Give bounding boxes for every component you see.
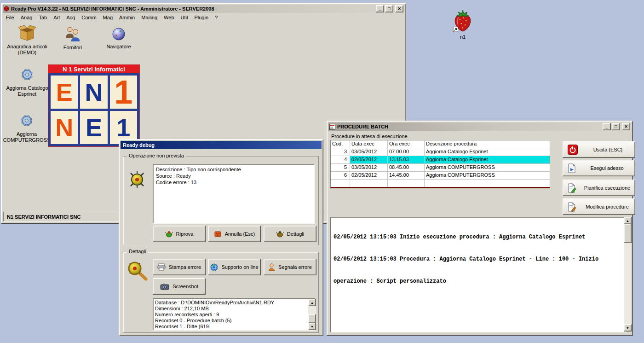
app-icon [4, 6, 9, 12]
debug-titlebar[interactable]: Ready debug [121, 141, 322, 149]
desktop-icon-n1[interactable]: n1 [448, 10, 477, 40]
info-line: Numero recordsets aperti : 9 [155, 312, 306, 318]
info-scrollbar[interactable]: ▲ ▼ [308, 299, 315, 330]
column-header-ora[interactable]: Ora exec [388, 140, 425, 148]
strawberry-icon [453, 10, 473, 33]
close-button[interactable]: ✕ [622, 123, 630, 130]
main-titlebar[interactable]: Ready Pro V14.3.22 - N1 SERVIZI INFORMAT… [3, 5, 404, 13]
uscita-label: Uscita (ESC) [593, 147, 623, 152]
table-row-selected[interactable]: 4 02/05/2012 13.15.03 Aggiorna Catalogo … [331, 156, 550, 164]
esegui-adesso-button[interactable]: Esegui adesso [563, 160, 635, 176]
error-line: Codice errore : 13 [156, 179, 311, 186]
batch-subtitle: Procedure in attesa di esecuzione [331, 134, 408, 139]
menu-mailing[interactable]: Mailing [138, 14, 161, 21]
cell-data[interactable]: 02/05/2012 [350, 156, 388, 164]
dettagli-button[interactable]: Dettagli [264, 226, 316, 242]
scroll-up-icon[interactable]: ▲ [624, 217, 632, 224]
cell-ora[interactable]: 13.15.03 [388, 156, 425, 164]
modifica-label: Modifica procedure [586, 204, 629, 209]
segnala-errore-button[interactable]: Segnala errore [264, 259, 316, 275]
menu-plugin[interactable]: Plugin [191, 14, 212, 21]
screenshot-button[interactable]: Screenshot [153, 278, 206, 295]
menu-web[interactable]: Web [161, 14, 177, 21]
shortcut-fornitori[interactable]: Fornitori [58, 26, 88, 51]
menu-comm[interactable]: Comm [78, 14, 99, 21]
menu-util[interactable]: Util [178, 14, 191, 21]
menu-help[interactable]: ? [212, 14, 221, 21]
menu-acq[interactable]: Acq [63, 14, 78, 21]
scroll-down-icon[interactable]: ▼ [624, 324, 632, 331]
cell-data[interactable]: 03/05/2012 [350, 148, 388, 156]
group-operazione-non-prevista: Operazione non prevista Descrizione : Ti… [123, 156, 319, 245]
navigator-globe-icon [112, 27, 126, 42]
menu-ammin[interactable]: Ammin [116, 14, 138, 21]
cell-desc[interactable]: Aggiorna Catalogo Esprinet [425, 156, 550, 164]
stampa-errore-button[interactable]: Stampa errore [153, 259, 206, 275]
desktop: Ready Pro V14.3.22 - N1 SERVIZI INFORMAT… [0, 0, 644, 343]
close-button[interactable]: ✕ [395, 5, 403, 12]
bug-green-icon [165, 231, 173, 238]
riprova-button[interactable]: Riprova [153, 226, 206, 242]
cell-cod[interactable]: 4 [331, 156, 350, 164]
status-text: N1 SERVIZI INFORMATICI SNC [7, 214, 80, 220]
menu-mag[interactable]: Mag [100, 14, 116, 21]
cell-empty [350, 180, 388, 187]
modifica-procedure-button[interactable]: Modifica procedure [563, 198, 635, 215]
menu-art[interactable]: Art [50, 14, 63, 21]
maximize-button[interactable]: □ [385, 5, 393, 12]
batch-table: Cod. Data exec Ora exec Descrizione proc… [330, 140, 550, 188]
riprova-label: Riprova [176, 231, 194, 237]
error-message-box[interactable]: Descrizione : Tipo non corrispondente So… [153, 164, 315, 224]
batch-log[interactable]: 02/05/2012 13:15:03 Inizio esecuzione pr… [330, 217, 627, 332]
column-header-data[interactable]: Data exec [350, 140, 388, 148]
column-header-cod[interactable]: Cod. [331, 140, 350, 148]
shortcut-navigatore[interactable]: Navigatore [103, 27, 135, 50]
table-row[interactable]: 3 03/05/2012 07.00.00 Aggiorna Catalogo … [331, 148, 550, 156]
minimize-button[interactable]: _ [376, 5, 384, 12]
shortcut-aggiorna-computergross[interactable]: Aggiorna COMPUTERGROSS [2, 113, 51, 143]
shortcut-label: Anagrafica articoli (DEMO) [4, 44, 50, 56]
shortcut-aggiorna-esprinet[interactable]: Aggiorna Catalogo Esprinet [4, 67, 50, 97]
annulla-button[interactable]: Annulla (Esc) [208, 226, 261, 242]
cell-ora[interactable]: 07.00.00 [388, 148, 425, 156]
menu-tab[interactable]: Tab [35, 14, 50, 21]
suppliers-icon [64, 26, 81, 43]
table-row[interactable]: 5 03/05/2012 08.45.00 Aggiorna COMPUTERG… [331, 164, 550, 172]
power-icon [568, 145, 578, 155]
cell-desc[interactable]: Aggiorna Catalogo Esprinet [425, 148, 550, 156]
minimize-button[interactable]: _ [603, 123, 611, 130]
batch-window-icon [329, 124, 335, 130]
cell-data[interactable]: 03/05/2012 [350, 164, 388, 172]
debug-info-box[interactable]: Database : D:\DOMINIO\n\ReadyPro\Archivi… [153, 298, 316, 331]
menu-anag[interactable]: Anag [17, 14, 36, 21]
cell-ora[interactable]: 08.45.00 [388, 164, 425, 172]
scroll-thumb[interactable] [624, 224, 632, 243]
supporto-online-button[interactable]: Supporto on line [208, 259, 261, 275]
scroll-up-icon[interactable]: ▲ [308, 299, 316, 306]
log-line: operazione : Script personalizzato [334, 278, 623, 285]
cell-data[interactable]: 02/05/2012 [350, 172, 388, 180]
batch-titlebar[interactable]: PROCEDURE BATCH _ □ ✕ [328, 122, 631, 131]
log-line: 02/05/2012 13:15:03 Inizio esecuzione pr… [334, 233, 623, 241]
shortcut-anagrafica-articoli[interactable]: Anagrafica articoli (DEMO) [4, 24, 50, 56]
debug-dialog-title: Ready debug [121, 142, 321, 148]
log-scrollbar[interactable]: ▲ ▼ [624, 217, 631, 331]
scroll-thumb[interactable] [308, 314, 316, 323]
cell-desc[interactable]: Aggiorna COMPUTERGROSS [425, 172, 550, 180]
log-line: 02/05/2012 13:15:03 Procedura : Aggiorna… [334, 256, 623, 263]
cell-cod[interactable]: 6 [331, 172, 350, 180]
cell-cod[interactable]: 5 [331, 164, 350, 172]
esegui-label: Esegui adesso [590, 165, 623, 171]
maximize-button[interactable]: □ [612, 123, 620, 130]
cell-desc[interactable]: Aggiorna COMPUTERGROSS [425, 164, 550, 172]
uscita-button[interactable]: Uscita (ESC) [563, 141, 635, 158]
scroll-down-icon[interactable]: ▼ [308, 323, 316, 330]
table-row[interactable]: 6 02/05/2012 14.45.00 Aggiorna COMPUTERG… [331, 172, 550, 180]
column-header-desc[interactable]: Descrizione procedura [425, 140, 550, 148]
cell-ora[interactable]: 14.45.00 [388, 172, 425, 180]
menu-file[interactable]: File [3, 14, 17, 21]
cell-cod[interactable]: 3 [331, 148, 350, 156]
pianifica-esecuzione-button[interactable]: Pianifica esecuzione [563, 180, 635, 196]
table-row-empty [331, 180, 550, 187]
shortcut-label: Navigatore [106, 44, 131, 50]
